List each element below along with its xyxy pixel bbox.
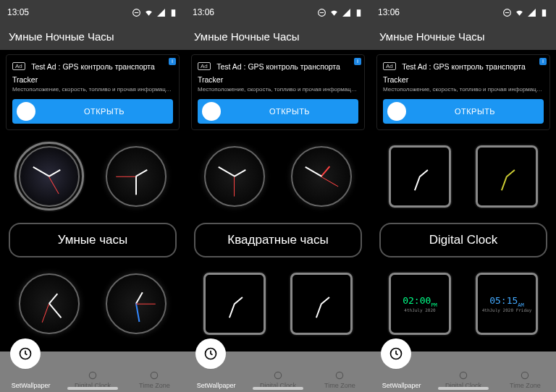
clock-thumbnail[interactable] bbox=[195, 137, 274, 216]
clock-icon bbox=[334, 370, 345, 380]
section-button-smart[interactable]: Умные часы bbox=[9, 223, 177, 257]
status-icons bbox=[132, 8, 178, 17]
wifi-icon bbox=[515, 8, 524, 17]
ad-banner[interactable]: i Ad Test Ad : GPS контроль транспорта T… bbox=[376, 54, 550, 130]
app-title: Умные Ночные Часы bbox=[185, 25, 371, 50]
ad-description: Местоположение, скорость, топливо и проч… bbox=[383, 87, 544, 93]
wifi-icon bbox=[329, 8, 339, 17]
ad-cta-label: ОТКРЫТЬ bbox=[221, 107, 358, 116]
battery-icon bbox=[169, 8, 178, 17]
bottom-nav: SetWallpaper Digital Clock Time Zone bbox=[185, 351, 371, 392]
clock-row bbox=[371, 135, 556, 218]
ad-open-button[interactable]: ОТКРЫТЬ bbox=[12, 99, 173, 124]
nav-timezone[interactable]: Time Zone bbox=[124, 351, 185, 392]
content-area: Digital Clock 02:00PM 4thJuly 2020 05:15… bbox=[371, 135, 556, 351]
status-bar: 13:05 bbox=[0, 0, 185, 25]
ad-title: Test Ad : GPS контроль транспорта Tracke… bbox=[198, 62, 340, 84]
clock-icon bbox=[520, 370, 530, 380]
ad-banner[interactable]: i Ad Test Ad : GPS контроль транспорта T… bbox=[6, 54, 180, 130]
clock-row bbox=[185, 135, 371, 218]
digital-date: 4thJuly 2020 Friday bbox=[482, 307, 532, 312]
svg-rect-8 bbox=[357, 9, 361, 17]
digital-time: 05:15 bbox=[489, 295, 518, 306]
digital-clock-display: 02:00PM 4thJuly 2020 bbox=[403, 295, 437, 313]
clock-thumbnail[interactable] bbox=[10, 137, 88, 216]
digital-ampm: PM bbox=[431, 302, 437, 307]
status-time: 13:05 bbox=[7, 7, 29, 17]
svg-rect-2 bbox=[172, 9, 175, 17]
nav-active-bump[interactable] bbox=[195, 338, 226, 369]
ad-info-icon[interactable]: i bbox=[354, 58, 361, 65]
ad-badge: Ad bbox=[12, 62, 25, 70]
digital-clock-display: 05:15AM 4thJuly 2020 Friday bbox=[482, 295, 532, 313]
phone-screen-3: 13:06 Умные Ночные Часы i Ad Test Ad : G… bbox=[371, 0, 556, 392]
nav-timezone[interactable]: Time Zone bbox=[309, 351, 371, 392]
digital-time: 02:00 bbox=[403, 295, 431, 306]
signal-icon bbox=[342, 8, 351, 17]
nav-digitalclock[interactable]: Digital Clock bbox=[247, 351, 308, 392]
nav-digitalclock[interactable]: Digital Clock bbox=[432, 351, 494, 392]
home-indicator[interactable] bbox=[438, 387, 489, 390]
ad-info-icon[interactable]: i bbox=[169, 58, 176, 65]
clock-row bbox=[0, 262, 185, 346]
clock-icon bbox=[273, 370, 283, 380]
svg-point-17 bbox=[522, 372, 528, 378]
clock-thumbnail[interactable] bbox=[97, 265, 175, 343]
battery-icon bbox=[354, 8, 363, 17]
app-title: Умные Ночные Часы bbox=[371, 25, 556, 50]
phone-screen-2: 13:06 Умные Ночные Часы i Ad Test Ad : G… bbox=[185, 0, 371, 392]
ad-title: Test Ad : GPS контроль транспорта Tracke… bbox=[12, 62, 155, 84]
nav-active-bump[interactable] bbox=[10, 338, 41, 369]
svg-point-11 bbox=[337, 372, 343, 378]
clock-row bbox=[0, 135, 185, 218]
app-title: Умные Ночные Часы bbox=[0, 25, 185, 50]
clock-thumbnail[interactable] bbox=[97, 137, 175, 216]
content-area: Квадратные часы bbox=[185, 135, 371, 351]
clock-thumbnail[interactable]: 02:00PM 4thJuly 2020 bbox=[381, 265, 459, 343]
clock-icon bbox=[18, 346, 33, 361]
home-indicator[interactable] bbox=[67, 387, 118, 390]
nav-digitalclock[interactable]: Digital Clock bbox=[62, 351, 123, 392]
ad-open-button[interactable]: ОТКРЫТЬ bbox=[383, 99, 544, 124]
clock-icon bbox=[88, 370, 98, 380]
ad-info-icon[interactable]: i bbox=[539, 58, 547, 65]
home-indicator[interactable] bbox=[253, 387, 303, 390]
status-bar: 13:06 bbox=[371, 0, 556, 25]
ad-description: Местоположение, скорость, топливо и проч… bbox=[12, 87, 173, 93]
nav-timezone[interactable]: Time Zone bbox=[494, 351, 556, 392]
svg-point-4 bbox=[89, 372, 96, 378]
ad-cta-label: ОТКРЫТЬ bbox=[35, 107, 173, 116]
nav-label: SetWallpaper bbox=[12, 382, 51, 389]
digital-ampm: AM bbox=[518, 302, 523, 307]
nav-label: Time Zone bbox=[139, 382, 170, 389]
nav-label: Time Zone bbox=[324, 382, 355, 389]
svg-point-16 bbox=[460, 372, 466, 378]
nav-label: SetWallpaper bbox=[197, 382, 236, 389]
clock-thumbnail[interactable] bbox=[381, 137, 459, 216]
svg-point-10 bbox=[274, 372, 281, 378]
clock-thumbnail[interactable]: 05:15AM 4thJuly 2020 Friday bbox=[468, 265, 546, 343]
svg-point-5 bbox=[151, 372, 158, 378]
ad-app-icon bbox=[387, 102, 406, 121]
nav-active-bump[interactable] bbox=[381, 338, 411, 369]
status-icons bbox=[317, 8, 363, 17]
clock-thumbnail[interactable] bbox=[195, 265, 274, 343]
status-icons bbox=[502, 8, 549, 17]
clock-thumbnail[interactable] bbox=[10, 265, 88, 343]
clock-icon bbox=[203, 346, 218, 361]
nav-label: Time Zone bbox=[510, 382, 541, 389]
svg-rect-14 bbox=[542, 9, 546, 17]
bottom-nav: SetWallpaper Digital Clock Time Zone bbox=[371, 351, 556, 392]
section-button-square[interactable]: Квадратные часы bbox=[194, 223, 362, 257]
clock-thumbnail[interactable] bbox=[282, 137, 361, 216]
section-button-digital[interactable]: Digital Clock bbox=[379, 223, 547, 257]
ad-open-button[interactable]: ОТКРЫТЬ bbox=[198, 99, 358, 124]
clock-row bbox=[185, 262, 371, 346]
ad-app-icon bbox=[17, 102, 35, 121]
ad-description: Местоположение, скорость, топливо и проч… bbox=[198, 87, 358, 93]
clock-thumbnail[interactable] bbox=[468, 137, 546, 216]
ad-badge: Ad bbox=[383, 62, 396, 70]
ad-banner[interactable]: i Ad Test Ad : GPS контроль транспорта T… bbox=[191, 54, 365, 130]
clock-thumbnail[interactable] bbox=[282, 265, 361, 343]
status-time: 13:06 bbox=[378, 7, 400, 17]
